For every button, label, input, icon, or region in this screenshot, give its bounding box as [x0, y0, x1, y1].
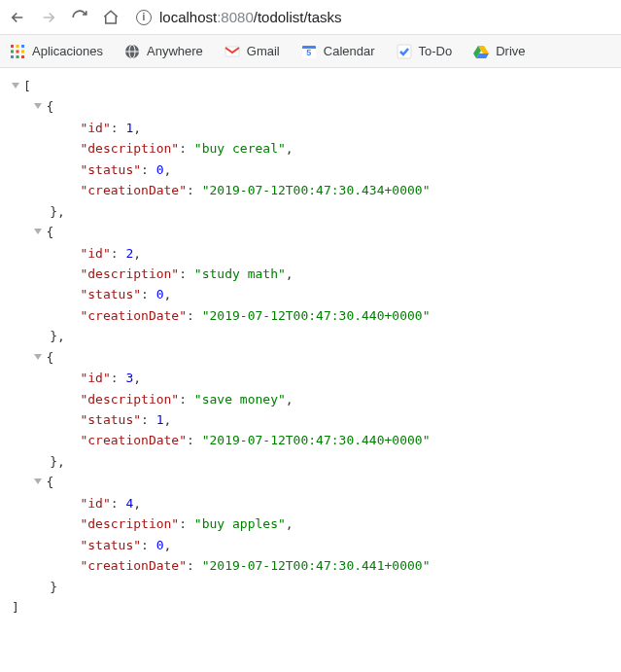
svg-rect-5 [21, 50, 24, 53]
json-prop: "id": 3, [12, 368, 609, 388]
back-button[interactable] [8, 8, 27, 27]
svg-rect-2 [21, 45, 24, 48]
chevron-down-icon[interactable] [34, 103, 42, 109]
json-prop: "creationDate": "2019-07-12T00:47:30.440… [12, 430, 609, 450]
bookmark-label: Drive [496, 44, 525, 58]
home-button[interactable] [101, 8, 121, 27]
json-array-open[interactable]: [ [12, 76, 609, 96]
bookmarks-bar: Aplicaciones Anywhere Gmail 5 Calendar T… [0, 35, 621, 68]
browser-toolbar: i localhost:8080/todolist/tasks [0, 0, 621, 35]
svg-rect-7 [17, 55, 19, 58]
chevron-down-icon[interactable] [34, 354, 42, 360]
json-array-close: ] [12, 597, 609, 618]
bookmark-anywhere[interactable]: Anywhere [124, 44, 203, 59]
forward-button[interactable] [39, 8, 58, 27]
bookmark-apps[interactable]: Aplicaciones [10, 44, 103, 59]
svg-rect-8 [21, 55, 24, 58]
drive-icon [473, 44, 489, 59]
json-prop: "creationDate": "2019-07-12T00:47:30.440… [12, 305, 609, 326]
url-host: localhost [159, 9, 217, 25]
svg-rect-4 [17, 50, 19, 53]
url-text: localhost:8080/todolist/tasks [159, 9, 342, 25]
json-prop: "description": "buy apples", [12, 513, 609, 534]
calendar-day: 5 [301, 48, 317, 57]
url-path: /todolist/tasks [254, 9, 342, 25]
bookmark-label: To-Do [419, 44, 453, 58]
check-icon [397, 44, 412, 59]
json-object-open[interactable]: { [12, 222, 609, 242]
svg-rect-0 [11, 45, 14, 48]
json-prop: "status": 1, [12, 409, 609, 430]
svg-rect-1 [17, 45, 19, 48]
info-icon[interactable]: i [136, 10, 152, 25]
json-object-open[interactable]: { [12, 96, 609, 117]
bookmark-label: Calendar [324, 44, 375, 58]
bookmark-label: Gmail [247, 44, 280, 58]
json-object-open[interactable]: { [12, 347, 609, 368]
url-bar[interactable]: i localhost:8080/todolist/tasks [132, 9, 613, 25]
bookmark-calendar[interactable]: 5 Calendar [301, 44, 375, 59]
svg-rect-3 [11, 50, 14, 53]
calendar-icon: 5 [301, 44, 317, 59]
json-prop: "id": 4, [12, 493, 609, 513]
json-prop: "creationDate": "2019-07-12T00:47:30.441… [12, 555, 609, 576]
apps-icon [10, 44, 25, 59]
bookmark-drive[interactable]: Drive [473, 44, 525, 59]
json-prop: "status": 0, [12, 159, 609, 180]
json-prop: "description": "save money", [12, 389, 609, 409]
url-port: :8080 [217, 9, 254, 25]
json-prop: "creationDate": "2019-07-12T00:47:30.434… [12, 180, 609, 200]
json-prop: "description": "buy cereal", [12, 138, 609, 159]
chevron-down-icon[interactable] [34, 229, 42, 234]
json-object-open[interactable]: { [12, 472, 609, 492]
reload-button[interactable] [70, 8, 89, 27]
json-prop: "description": "study math", [12, 264, 609, 284]
json-viewer: [ { "id": 1, "description": "buy cereal"… [0, 68, 621, 629]
gmail-icon [224, 44, 240, 59]
bookmark-gmail[interactable]: Gmail [224, 44, 280, 59]
svg-rect-6 [11, 55, 14, 58]
bookmark-label: Aplicaciones [32, 44, 103, 58]
json-prop: "status": 0, [12, 284, 609, 304]
json-prop: "id": 2, [12, 243, 609, 264]
bookmark-todo[interactable]: To-Do [397, 44, 453, 59]
bookmark-label: Anywhere [147, 44, 203, 58]
globe-icon [124, 44, 140, 59]
chevron-down-icon[interactable] [34, 478, 42, 484]
chevron-down-icon[interactable] [12, 83, 19, 88]
json-object-close: }, [12, 326, 609, 346]
json-prop: "id": 1, [12, 118, 609, 138]
json-object-close: } [12, 577, 609, 597]
json-object-close: }, [12, 451, 609, 472]
json-prop: "status": 0, [12, 535, 609, 555]
json-object-close: }, [12, 201, 609, 222]
